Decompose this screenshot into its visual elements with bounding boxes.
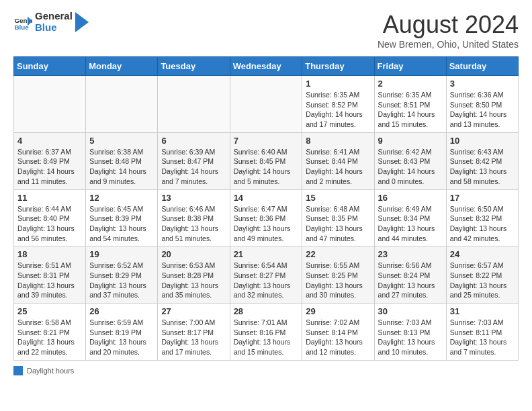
day-info: Sunrise: 7:02 AM Sunset: 8:14 PM Dayligh…: [306, 318, 370, 357]
calendar-cell: 27Sunrise: 7:00 AM Sunset: 8:17 PM Dayli…: [158, 304, 230, 361]
dow-header-thursday: Thursday: [302, 57, 374, 76]
day-number: 10: [450, 136, 515, 146]
day-number: 9: [378, 136, 443, 146]
calendar-cell: 18Sunrise: 6:51 AM Sunset: 8:31 PM Dayli…: [14, 246, 86, 304]
day-number: 2: [378, 79, 443, 89]
day-info: Sunrise: 6:39 AM Sunset: 8:47 PM Dayligh…: [161, 147, 226, 187]
day-info: Sunrise: 6:53 AM Sunset: 8:28 PM Dayligh…: [161, 261, 226, 300]
calendar-cell: 7Sunrise: 6:40 AM Sunset: 8:45 PM Daylig…: [230, 132, 302, 189]
calendar-cell: 21Sunrise: 6:54 AM Sunset: 8:27 PM Dayli…: [230, 246, 302, 304]
logo: General Blue General Blue: [13, 11, 89, 33]
calendar-cell: 31Sunrise: 7:03 AM Sunset: 8:11 PM Dayli…: [446, 304, 518, 361]
day-info: Sunrise: 6:56 AM Sunset: 8:24 PM Dayligh…: [378, 261, 443, 300]
page-title: August 2024: [378, 11, 519, 39]
calendar-cell: 9Sunrise: 6:42 AM Sunset: 8:43 PM Daylig…: [374, 132, 446, 189]
day-info: Sunrise: 6:41 AM Sunset: 8:44 PM Dayligh…: [306, 147, 370, 187]
day-info: Sunrise: 6:59 AM Sunset: 8:19 PM Dayligh…: [89, 318, 154, 357]
day-info: Sunrise: 6:46 AM Sunset: 8:38 PM Dayligh…: [161, 204, 226, 244]
day-info: Sunrise: 6:45 AM Sunset: 8:39 PM Dayligh…: [89, 204, 154, 244]
calendar-cell: 12Sunrise: 6:45 AM Sunset: 8:39 PM Dayli…: [86, 189, 158, 246]
day-number: 21: [234, 249, 299, 259]
calendar-cell: 14Sunrise: 6:47 AM Sunset: 8:36 PM Dayli…: [230, 189, 302, 246]
day-number: 8: [306, 136, 370, 146]
day-number: 26: [89, 306, 154, 316]
dow-header-saturday: Saturday: [446, 57, 518, 76]
calendar-cell: 13Sunrise: 6:46 AM Sunset: 8:38 PM Dayli…: [158, 189, 230, 246]
day-number: 13: [161, 193, 226, 203]
calendar-cell: 6Sunrise: 6:39 AM Sunset: 8:47 PM Daylig…: [158, 132, 230, 189]
calendar-cell: [86, 76, 158, 133]
day-number: 11: [17, 193, 82, 203]
calendar-cell: 29Sunrise: 7:02 AM Sunset: 8:14 PM Dayli…: [302, 304, 374, 361]
page-subtitle: New Bremen, Ohio, United States: [378, 39, 519, 50]
calendar-week-5: 25Sunrise: 6:58 AM Sunset: 8:21 PM Dayli…: [14, 304, 519, 361]
day-info: Sunrise: 6:35 AM Sunset: 8:52 PM Dayligh…: [306, 90, 370, 130]
day-info: Sunrise: 6:54 AM Sunset: 8:27 PM Dayligh…: [234, 261, 299, 300]
day-number: 16: [378, 193, 443, 203]
calendar-cell: [230, 76, 302, 133]
day-info: Sunrise: 6:49 AM Sunset: 8:34 PM Dayligh…: [378, 204, 443, 244]
calendar-cell: 24Sunrise: 6:57 AM Sunset: 8:22 PM Dayli…: [446, 246, 518, 304]
day-number: 22: [306, 249, 370, 259]
calendar-week-3: 11Sunrise: 6:44 AM Sunset: 8:40 PM Dayli…: [14, 189, 519, 246]
day-info: Sunrise: 6:47 AM Sunset: 8:36 PM Dayligh…: [234, 204, 299, 244]
calendar-cell: 5Sunrise: 6:38 AM Sunset: 8:48 PM Daylig…: [86, 132, 158, 189]
calendar-week-1: 1Sunrise: 6:35 AM Sunset: 8:52 PM Daylig…: [14, 76, 519, 133]
day-number: 23: [378, 249, 443, 259]
day-info: Sunrise: 6:40 AM Sunset: 8:45 PM Dayligh…: [234, 147, 299, 187]
day-number: 18: [17, 249, 82, 259]
dow-header-monday: Monday: [86, 57, 158, 76]
calendar-cell: 23Sunrise: 6:56 AM Sunset: 8:24 PM Dayli…: [374, 246, 446, 304]
calendar-table: SundayMondayTuesdayWednesdayThursdayFrid…: [13, 56, 519, 361]
day-number: 20: [161, 249, 226, 259]
calendar-cell: [14, 76, 86, 133]
day-info: Sunrise: 6:57 AM Sunset: 8:22 PM Dayligh…: [450, 261, 515, 300]
day-number: 12: [89, 193, 154, 203]
day-number: 7: [234, 136, 299, 146]
day-info: Sunrise: 7:03 AM Sunset: 8:13 PM Dayligh…: [378, 318, 443, 357]
calendar-cell: 10Sunrise: 6:43 AM Sunset: 8:42 PM Dayli…: [446, 132, 518, 189]
logo-arrow: [75, 12, 89, 32]
calendar-body: 1Sunrise: 6:35 AM Sunset: 8:52 PM Daylig…: [14, 76, 519, 361]
day-info: Sunrise: 6:44 AM Sunset: 8:40 PM Dayligh…: [17, 204, 82, 244]
legend: Daylight hours: [13, 366, 519, 375]
calendar-cell: 4Sunrise: 6:37 AM Sunset: 8:49 PM Daylig…: [14, 132, 86, 189]
page-header: General Blue General Blue August 2024 Ne…: [13, 11, 519, 50]
dow-header-tuesday: Tuesday: [158, 57, 230, 76]
calendar-cell: 17Sunrise: 6:50 AM Sunset: 8:32 PM Dayli…: [446, 189, 518, 246]
day-info: Sunrise: 7:03 AM Sunset: 8:11 PM Dayligh…: [450, 318, 515, 357]
day-info: Sunrise: 7:00 AM Sunset: 8:17 PM Dayligh…: [161, 318, 226, 357]
calendar-week-2: 4Sunrise: 6:37 AM Sunset: 8:49 PM Daylig…: [14, 132, 519, 189]
dow-header-wednesday: Wednesday: [230, 57, 302, 76]
day-info: Sunrise: 6:38 AM Sunset: 8:48 PM Dayligh…: [89, 147, 154, 187]
day-info: Sunrise: 6:35 AM Sunset: 8:51 PM Dayligh…: [378, 90, 443, 130]
day-number: 3: [450, 79, 515, 89]
days-of-week-row: SundayMondayTuesdayWednesdayThursdayFrid…: [14, 57, 519, 76]
svg-text:Blue: Blue: [14, 24, 29, 31]
day-info: Sunrise: 6:50 AM Sunset: 8:32 PM Dayligh…: [450, 204, 515, 244]
calendar-cell: 8Sunrise: 6:41 AM Sunset: 8:44 PM Daylig…: [302, 132, 374, 189]
day-number: 17: [450, 193, 515, 203]
calendar-cell: [158, 76, 230, 133]
day-info: Sunrise: 6:58 AM Sunset: 8:21 PM Dayligh…: [17, 318, 82, 357]
day-number: 6: [161, 136, 226, 146]
day-info: Sunrise: 6:36 AM Sunset: 8:50 PM Dayligh…: [450, 90, 515, 130]
day-info: Sunrise: 6:51 AM Sunset: 8:31 PM Dayligh…: [17, 261, 82, 300]
calendar-cell: 25Sunrise: 6:58 AM Sunset: 8:21 PM Dayli…: [14, 304, 86, 361]
day-number: 5: [89, 136, 154, 146]
calendar-cell: 3Sunrise: 6:36 AM Sunset: 8:50 PM Daylig…: [446, 76, 518, 133]
logo-icon: General Blue: [13, 13, 32, 32]
calendar-week-4: 18Sunrise: 6:51 AM Sunset: 8:31 PM Dayli…: [14, 246, 519, 304]
day-number: 15: [306, 193, 370, 203]
day-number: 27: [161, 306, 226, 316]
day-number: 4: [17, 136, 82, 146]
calendar-cell: 15Sunrise: 6:48 AM Sunset: 8:35 PM Dayli…: [302, 189, 374, 246]
day-info: Sunrise: 6:37 AM Sunset: 8:49 PM Dayligh…: [17, 147, 82, 187]
legend-label: Daylight hours: [27, 367, 74, 375]
day-info: Sunrise: 6:48 AM Sunset: 8:35 PM Dayligh…: [306, 204, 370, 244]
day-info: Sunrise: 6:43 AM Sunset: 8:42 PM Dayligh…: [450, 147, 515, 187]
svg-marker-3: [75, 12, 89, 32]
day-info: Sunrise: 6:42 AM Sunset: 8:43 PM Dayligh…: [378, 147, 443, 187]
day-number: 29: [306, 306, 370, 316]
calendar-cell: 11Sunrise: 6:44 AM Sunset: 8:40 PM Dayli…: [14, 189, 86, 246]
